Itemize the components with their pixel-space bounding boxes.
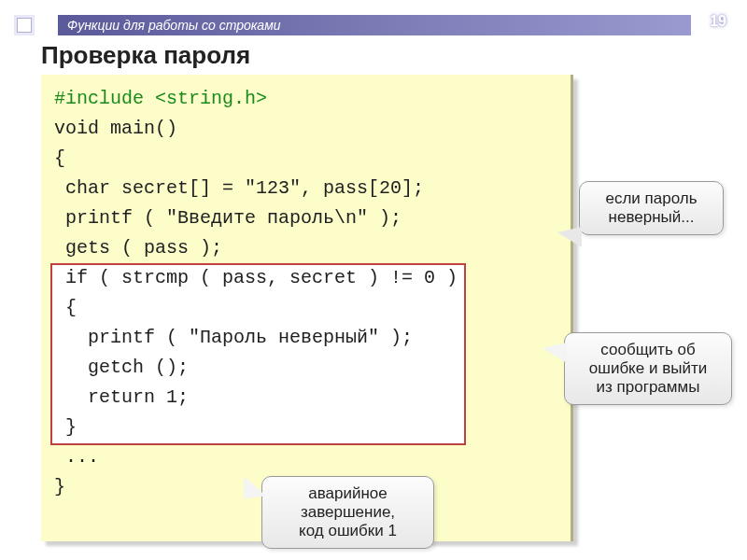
callout-text: сообщить об <box>578 341 718 359</box>
code-line: return 1; <box>54 383 557 413</box>
code-line: printf ( "Введите пароль\n" ); <box>54 203 557 233</box>
code-line: char secret[] = "123", pass[20]; <box>54 174 557 203</box>
code-line: void main() <box>54 114 557 144</box>
code-line: printf ( "Пароль неверный" ); <box>54 323 557 353</box>
callout-tail <box>557 227 582 247</box>
callout-text: из программы <box>578 378 718 397</box>
code-line: if ( strcmp ( pass, secret ) != 0 ) <box>54 263 557 293</box>
slide-title: Проверка пароля <box>41 41 250 70</box>
callout-wrong-password: если пароль неверный... <box>579 181 724 235</box>
callout-tail <box>543 343 567 363</box>
code-line: { <box>54 144 557 174</box>
code-line: } <box>54 413 557 442</box>
code-line: { <box>54 293 557 323</box>
code-line: #include <string.h> <box>54 84 557 114</box>
code-line: ... <box>54 442 557 472</box>
callout-text: неверный... <box>593 208 710 227</box>
callout-text: завершение, <box>275 503 420 522</box>
page-number: 19 <box>710 13 726 30</box>
header-decor-square <box>17 18 32 33</box>
callout-error-code: аварийное завершение, код ошибки 1 <box>261 476 434 549</box>
slide-header: Функции для работы со строками <box>0 15 747 35</box>
callout-tail <box>240 473 265 498</box>
callout-text: ошибке и выйти <box>578 359 718 378</box>
callout-text: если пароль <box>593 189 710 208</box>
code-panel: #include <string.h> void main() { char s… <box>41 75 573 541</box>
callout-text: код ошибки 1 <box>275 522 420 540</box>
callout-text: аварийное <box>275 484 420 503</box>
callout-report-exit: сообщить об ошибке и выйти из программы <box>564 332 732 405</box>
code-line: getch (); <box>54 353 557 383</box>
section-title: Функции для работы со строками <box>58 15 691 35</box>
code-line: gets ( pass ); <box>54 233 557 263</box>
